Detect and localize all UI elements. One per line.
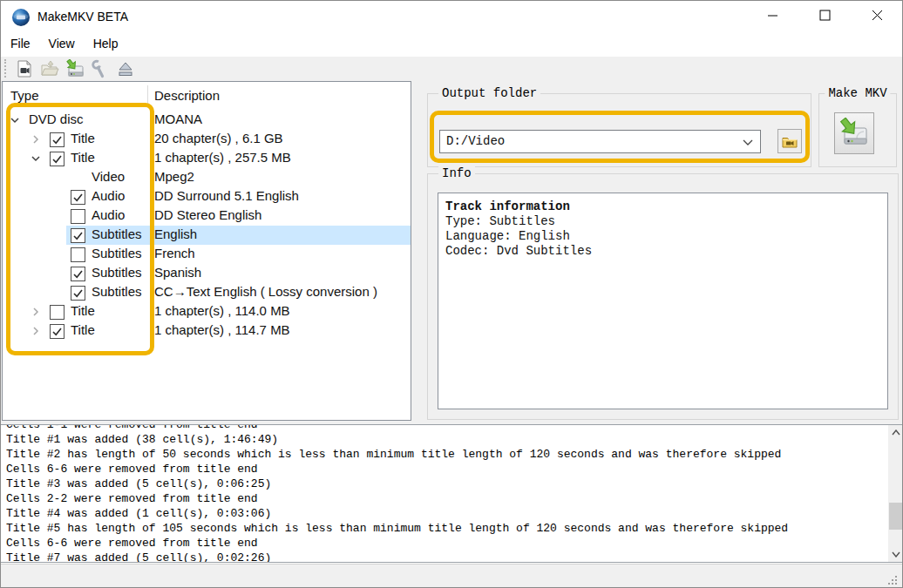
log-line-clipped: Cells 1-1 were removed from title end (6, 424, 788, 432)
scroll-down-button[interactable] (888, 547, 903, 562)
make-mkv-button[interactable] (834, 112, 874, 154)
checkmark-icon (51, 152, 64, 166)
track-info-box: Track information Type: Subtitles Langua… (438, 193, 888, 409)
tree-description: DD Stereo English (154, 207, 261, 222)
tree-row-subtitles[interactable]: SubtitlesEnglish (3, 226, 411, 245)
tree-checkbox-checked[interactable] (71, 228, 85, 243)
menu-view[interactable]: View (40, 34, 84, 53)
tree-checkbox-checked[interactable] (71, 190, 85, 205)
log-line: Cells 6-6 were removed from title end (6, 536, 788, 551)
tree-type-label: Title (71, 150, 95, 165)
log-line: Title #1 was added (38 cell(s), 1:46:49) (6, 432, 788, 447)
tree-expander[interactable] (29, 305, 43, 319)
tree-description: French (154, 246, 195, 260)
checkmark-icon (71, 287, 85, 300)
chevron-up-icon (892, 429, 900, 436)
tree-row-video[interactable]: VideoMpeg2 (3, 168, 411, 187)
tree-type-label: Title (71, 131, 95, 145)
tree-checkbox-unchecked[interactable] (50, 305, 64, 320)
tree-row-title[interactable]: Title20 chapter(s) , 6.1 GB (3, 130, 411, 149)
tree-expander[interactable] (8, 113, 22, 127)
tree-checkbox-checked[interactable] (71, 267, 85, 281)
tree-row-subtitles[interactable]: SubtitlesCC→Text English ( Lossy convers… (3, 283, 411, 302)
eject-disc-icon (116, 59, 135, 78)
column-divider[interactable] (147, 85, 148, 104)
tree-description: 1 chapter(s) , 114.7 MB (154, 322, 290, 337)
log-line: Cells 6-6 were removed from title end (6, 462, 788, 476)
tree-row-subtitles[interactable]: SubtitlesFrench (3, 245, 411, 264)
menu-file[interactable]: File (2, 34, 39, 53)
tree-type-label: Subtitles (92, 246, 142, 260)
log-line: Title #2 has length of 50 seconds which … (6, 447, 788, 462)
open-files-icon (40, 59, 59, 78)
tree-row-dvd-disc[interactable]: DVD discMOANA (3, 111, 411, 130)
tree-description: MOANA (154, 112, 202, 126)
minimize-button[interactable] (752, 1, 792, 29)
output-folder-group: Output folder D:/Video (427, 93, 811, 167)
checkmark-icon (51, 133, 64, 146)
resize-grip[interactable] (887, 575, 899, 586)
tree-row-title[interactable]: Title1 chapter(s) , 114.0 MB (3, 302, 411, 321)
make-mkv-label: Make MKV (825, 86, 890, 100)
tree-type-label: Title (71, 303, 95, 318)
log-output: Cells 1-1 were removed from title endTit… (1, 424, 902, 563)
tree-checkbox-checked[interactable] (50, 152, 64, 166)
scroll-up-button[interactable] (888, 425, 903, 440)
checkmark-icon (71, 267, 85, 280)
tree-expander[interactable] (29, 324, 43, 338)
tree-type-label: Video (92, 169, 125, 184)
browse-folder-button[interactable] (777, 129, 802, 153)
make-mkv-group: Make MKV (818, 93, 897, 167)
tree-type-label: Audio (92, 207, 125, 222)
expander-expanded-icon (29, 152, 43, 166)
track-info-codec: Codec: Dvd Subtitles (445, 244, 887, 259)
tree-row-audio[interactable]: AudioDD Surround 5.1 English (3, 187, 411, 206)
tree-description: English (154, 226, 197, 241)
minimize-icon (767, 10, 778, 21)
makemkv-logo-icon (11, 8, 31, 27)
log-line: Title #5 has length of 105 seconds which… (6, 521, 788, 536)
preferences-wrench-button[interactable] (89, 57, 112, 79)
checkmark-icon (51, 325, 64, 338)
scrollbar-thumb[interactable] (889, 503, 902, 530)
maximize-button[interactable] (805, 1, 845, 29)
tree-description: 1 chapter(s) , 114.0 MB (154, 303, 290, 318)
makemkv-window: MakeMKV BETA FileViewHelp Type Descripti… (0, 0, 903, 588)
expander-collapsed-icon (29, 132, 43, 146)
output-folder-combobox[interactable]: D:/Video (439, 130, 761, 153)
toolbar (1, 57, 902, 81)
save-to-mkv-button[interactable] (64, 57, 86, 79)
log-line: Title #3 was added (5 cell(s), 0:06:25) (6, 476, 788, 491)
tree-checkbox-unchecked[interactable] (71, 209, 85, 224)
tree-expander[interactable] (29, 132, 43, 146)
close-button[interactable] (857, 1, 897, 29)
column-header-description[interactable]: Description (154, 88, 220, 103)
tree-type-label: Subtitles (92, 284, 142, 299)
eject-disc-button[interactable] (114, 57, 137, 79)
menu-help[interactable]: Help (85, 34, 127, 53)
open-files-button[interactable] (38, 57, 61, 79)
close-icon (872, 10, 883, 21)
track-info-type: Type: Subtitles (445, 214, 887, 229)
tree-description: Spanish (154, 265, 201, 280)
tree-row-title[interactable]: Title1 chapter(s) , 257.5 MB (3, 149, 411, 168)
tree-type-label: Subtitles (92, 265, 142, 280)
title-bar: MakeMKV BETA (1, 1, 902, 34)
info-group: Info Track information Type: Subtitles L… (427, 173, 899, 420)
tree-checkbox-checked[interactable] (50, 324, 64, 339)
column-header-type[interactable]: Type (10, 88, 39, 103)
tree-type-label: Audio (92, 188, 125, 203)
tree-checkbox-unchecked[interactable] (71, 247, 85, 262)
checkmark-icon (71, 229, 85, 242)
log-line: Cells 2-2 were removed from title end (6, 491, 788, 506)
tree-row-audio[interactable]: AudioDD Stereo English (3, 206, 411, 226)
tree-description: CC→Text English ( Lossy conversion ) (154, 284, 377, 299)
tree-expander[interactable] (29, 152, 43, 166)
tree-type-label: Title (71, 322, 95, 337)
add-video-file-button[interactable] (13, 57, 36, 79)
toolbar-drag-handle[interactable] (4, 59, 6, 78)
tree-row-title[interactable]: Title1 chapter(s) , 114.7 MB (3, 321, 411, 341)
tree-row-subtitles[interactable]: SubtitlesSpanish (3, 264, 411, 283)
tree-checkbox-checked[interactable] (50, 132, 64, 147)
tree-checkbox-checked[interactable] (71, 286, 85, 301)
